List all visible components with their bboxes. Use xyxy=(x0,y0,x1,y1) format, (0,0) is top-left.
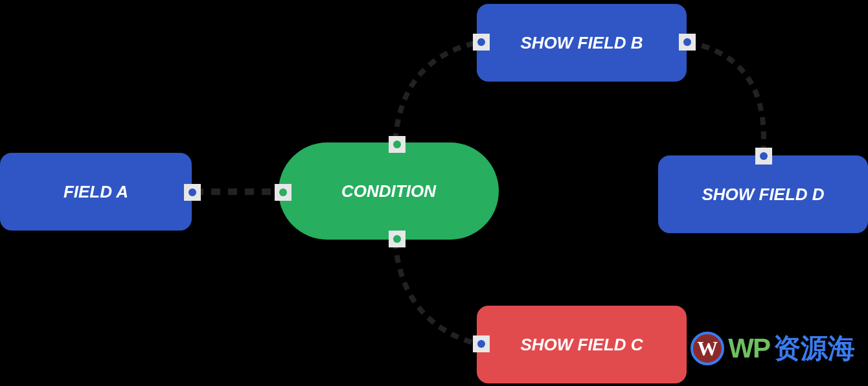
watermark-logo-icon: W xyxy=(691,332,724,365)
node-label: FIELD A xyxy=(63,182,128,202)
port-show-c-in[interactable] xyxy=(473,335,490,352)
node-label: SHOW FIELD B xyxy=(520,33,643,53)
port-condition-top[interactable] xyxy=(389,136,405,153)
node-label: CONDITION xyxy=(341,181,436,201)
node-condition: CONDITION xyxy=(279,142,499,240)
node-show-d: SHOW FIELD D xyxy=(658,155,868,233)
port-field-a-out[interactable] xyxy=(184,184,201,201)
port-show-d-in[interactable] xyxy=(755,148,772,165)
port-show-b-in[interactable] xyxy=(473,34,490,51)
watermark-text-zh: 资源海 xyxy=(773,330,855,367)
port-condition-in[interactable] xyxy=(275,184,291,201)
watermark-text-en: WP xyxy=(728,333,770,364)
node-label: SHOW FIELD D xyxy=(702,185,824,205)
node-label: SHOW FIELD C xyxy=(520,335,643,355)
node-field-a: FIELD A xyxy=(0,153,192,231)
watermark: W WP 资源海 xyxy=(691,330,855,367)
port-condition-bottom[interactable] xyxy=(389,231,405,247)
port-show-b-out[interactable] xyxy=(679,34,696,51)
node-show-c: SHOW FIELD C xyxy=(477,306,687,383)
node-show-b: SHOW FIELD B xyxy=(477,4,687,82)
